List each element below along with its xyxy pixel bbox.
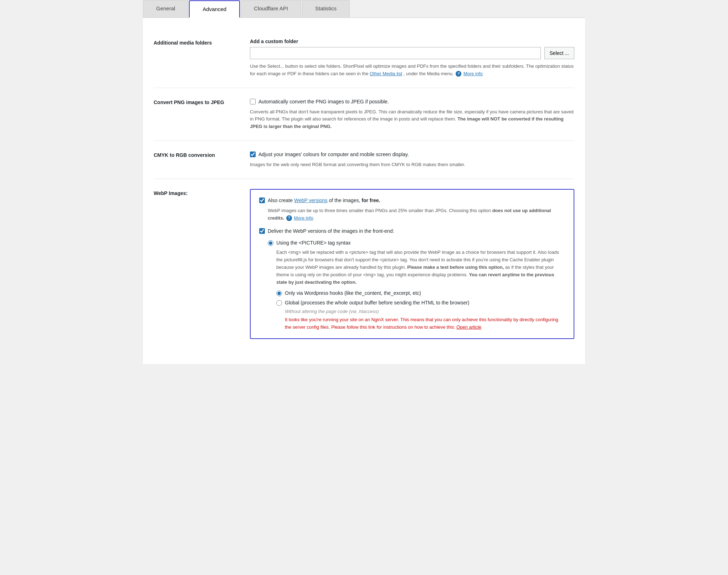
- nginx-warning: It looks like you're running your site o…: [285, 316, 565, 331]
- additional-media-content: Add a custom folder Select ... Use the S…: [250, 38, 574, 78]
- webp-create-checkbox[interactable]: [259, 197, 265, 203]
- cmyk-desc: Images for the web only need RGB format …: [250, 161, 574, 169]
- deliver-checkbox-label[interactable]: Deliver the WebP versions of the images …: [268, 227, 394, 235]
- cmyk-label: CMYK to RGB conversion: [154, 151, 239, 169]
- picture-desc: Each <img> will be replaced with a <pict…: [276, 249, 565, 286]
- other-media-link[interactable]: Other Media list: [370, 71, 402, 76]
- cmyk-checkbox[interactable]: [250, 152, 256, 157]
- folder-input[interactable]: [250, 47, 541, 59]
- select-button[interactable]: Select ...: [544, 47, 574, 59]
- webp-label: WebP Images:: [154, 189, 239, 339]
- tabs-bar: General Advanced Cloudflare API Statisti…: [143, 0, 585, 18]
- wp-hooks-label[interactable]: Only via Wordpress hooks (like the_conte…: [285, 289, 421, 297]
- cmyk-content: Adjust your images' colours for computer…: [250, 151, 574, 169]
- webp-desc: WebP images can be up to three times sma…: [268, 207, 565, 222]
- global-radio-row: Global (processes the whole output buffe…: [276, 299, 565, 307]
- additional-media-label: Additional media folders: [154, 38, 239, 78]
- webp-create-label[interactable]: Also create WebP versions of the images,…: [268, 197, 380, 204]
- additional-media-row: Additional media folders Add a custom fo…: [154, 29, 574, 88]
- question-icon[interactable]: ?: [456, 71, 461, 77]
- tab-advanced[interactable]: Advanced: [189, 0, 240, 18]
- webp-row: WebP Images: Also create WebP versions o…: [154, 179, 574, 339]
- picture-radio-row: Using the <PICTURE> tag syntax: [268, 239, 565, 247]
- convert-png-label: Convert PNG images to JPEG: [154, 98, 239, 130]
- convert-png-checkbox-label[interactable]: Automatically convert the PNG images to …: [258, 98, 389, 106]
- webp-content: Also create WebP versions of the images,…: [250, 189, 574, 339]
- tab-general[interactable]: General: [143, 0, 188, 17]
- webp-section: Also create WebP versions of the images,…: [250, 189, 574, 339]
- webp-create-checkbox-row: Also create WebP versions of the images,…: [259, 197, 565, 204]
- convert-png-checkbox[interactable]: [250, 99, 256, 104]
- convert-png-content: Automatically convert the PNG images to …: [250, 98, 574, 130]
- cmyk-checkbox-row: Adjust your images' colours for computer…: [250, 151, 574, 158]
- wp-hooks-radio[interactable]: [276, 291, 282, 296]
- deliver-checkbox[interactable]: [259, 228, 265, 234]
- webp-question-icon[interactable]: ?: [286, 215, 292, 221]
- page-wrapper: General Advanced Cloudflare API Statisti…: [143, 0, 585, 364]
- content-area: Additional media folders Add a custom fo…: [143, 18, 585, 350]
- sub-radio-group: Only via Wordpress hooks (like the_conte…: [276, 289, 565, 307]
- convert-png-row: Convert PNG images to JPEG Automatically…: [154, 88, 574, 141]
- convert-png-checkbox-row: Automatically convert the PNG images to …: [250, 98, 574, 106]
- tab-cloudflare[interactable]: Cloudflare API: [241, 0, 301, 17]
- webp-versions-link[interactable]: WebP versions: [294, 197, 328, 203]
- wp-hooks-radio-row: Only via Wordpress hooks (like the_conte…: [276, 289, 565, 297]
- global-label[interactable]: Global (processes the whole output buffe…: [285, 299, 470, 307]
- without-altering-text: Without altering the page code (via .hta…: [285, 309, 565, 314]
- additional-media-desc: Use the Select... button to select site …: [250, 63, 574, 78]
- folder-input-row: Select ...: [250, 47, 574, 59]
- tab-statistics[interactable]: Statistics: [302, 0, 350, 17]
- cmyk-checkbox-label[interactable]: Adjust your images' colours for computer…: [258, 151, 409, 158]
- deliver-checkbox-row: Deliver the WebP versions of the images …: [259, 227, 565, 235]
- convert-png-desc: Converts all PNGs that don't have transp…: [250, 108, 574, 130]
- open-article-link[interactable]: Open article: [456, 324, 481, 330]
- cmyk-row: CMYK to RGB conversion Adjust your image…: [154, 141, 574, 179]
- custom-folder-label: Add a custom folder: [250, 38, 574, 44]
- picture-radio-label[interactable]: Using the <PICTURE> tag syntax: [276, 239, 351, 247]
- webp-more-info-link[interactable]: More info: [294, 215, 313, 221]
- picture-radio[interactable]: [268, 240, 273, 246]
- global-radio[interactable]: [276, 300, 282, 306]
- more-info-link[interactable]: More info: [463, 71, 483, 76]
